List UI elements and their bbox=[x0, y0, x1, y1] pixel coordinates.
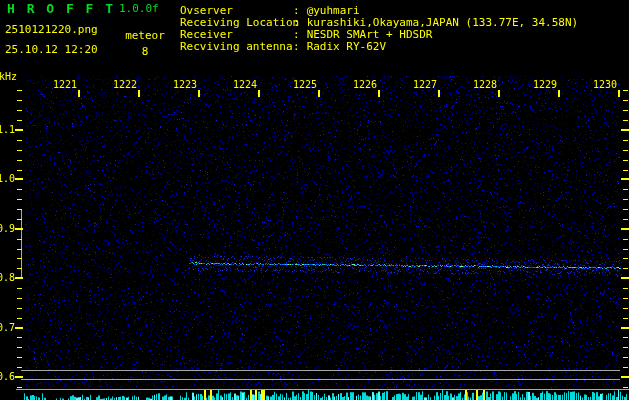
freq-tick-minor bbox=[623, 337, 628, 338]
freq-tick-minor bbox=[623, 100, 628, 101]
time-tick bbox=[498, 90, 500, 97]
freq-tick-major bbox=[15, 376, 23, 378]
freq-tick-major bbox=[621, 327, 629, 329]
freq-tick-minor bbox=[17, 150, 22, 151]
time-tick bbox=[378, 90, 380, 97]
freq-tick-minor bbox=[623, 199, 628, 200]
freq-tick-minor bbox=[623, 160, 628, 161]
time-tick-label: 1230 bbox=[592, 79, 618, 90]
freq-tick-major bbox=[621, 228, 629, 230]
freq-tick-minor bbox=[17, 318, 22, 319]
freq-tick-minor bbox=[17, 308, 22, 309]
time-tick bbox=[558, 90, 560, 97]
freq-tick-minor bbox=[17, 367, 22, 368]
freq-tick-minor bbox=[17, 90, 22, 91]
freq-tick-minor bbox=[623, 140, 628, 141]
freq-tick-minor bbox=[17, 120, 22, 121]
time-tick-label: 1223 bbox=[172, 79, 198, 90]
freq-tick-minor bbox=[17, 100, 22, 101]
observation-datetime: 25.10.12 12:20 bbox=[5, 44, 98, 56]
freq-tick-major bbox=[621, 129, 629, 131]
freq-tick-major bbox=[15, 129, 23, 131]
info-value: Radix RY-62V bbox=[307, 40, 386, 53]
info-block: Ovserver:@yuhmariReceiving Location:kura… bbox=[180, 4, 578, 52]
spectrogram-canvas bbox=[0, 0, 629, 400]
time-tick-label: 1224 bbox=[232, 79, 258, 90]
info-row: Ovserver:@yuhmari bbox=[180, 4, 578, 16]
freq-tick-minor bbox=[17, 209, 22, 210]
time-tick-label: 1229 bbox=[532, 79, 558, 90]
freq-tick-minor bbox=[623, 367, 628, 368]
freq-tick-major bbox=[621, 178, 629, 180]
freq-tick-major bbox=[15, 327, 23, 329]
freq-tick-label: 1.0 bbox=[0, 173, 15, 184]
app-title: H R O F F T bbox=[7, 2, 115, 16]
freq-tick-minor bbox=[17, 219, 22, 220]
info-row: Recviving antenna:Radix RY-62V bbox=[180, 40, 578, 52]
freq-tick-minor bbox=[17, 298, 22, 299]
freq-tick-minor bbox=[17, 268, 22, 269]
freq-tick-minor bbox=[17, 160, 22, 161]
info-row: Receiver:NESDR SMArt + HDSDR bbox=[180, 28, 578, 40]
freq-tick-minor bbox=[623, 387, 628, 388]
info-label: Recviving antenna bbox=[180, 40, 293, 53]
freq-tick-major bbox=[15, 228, 23, 230]
freq-tick-minor bbox=[623, 120, 628, 121]
freq-tick-minor bbox=[17, 249, 22, 250]
freq-tick-minor bbox=[17, 140, 22, 141]
time-tick bbox=[318, 90, 320, 97]
info-separator: : bbox=[293, 40, 300, 53]
time-tick-label: 1222 bbox=[112, 79, 138, 90]
freq-tick-minor bbox=[623, 268, 628, 269]
freq-tick-minor bbox=[623, 258, 628, 259]
freq-tick-minor bbox=[17, 337, 22, 338]
output-filename: 2510121220.png bbox=[5, 24, 98, 36]
freq-axis-unit-label: kHz bbox=[0, 71, 17, 82]
freq-tick-minor bbox=[17, 110, 22, 111]
freq-tick-minor bbox=[17, 288, 22, 289]
freq-tick-minor bbox=[17, 357, 22, 358]
freq-tick-minor bbox=[17, 170, 22, 171]
freq-tick-minor bbox=[623, 308, 628, 309]
time-tick-label: 1228 bbox=[472, 79, 498, 90]
freq-tick-label: 0.7 bbox=[0, 322, 15, 333]
freq-tick-minor bbox=[623, 357, 628, 358]
freq-tick-minor bbox=[623, 347, 628, 348]
freq-tick-minor bbox=[17, 199, 22, 200]
time-tick-label: 1227 bbox=[412, 79, 438, 90]
info-row: Receiving Location:kurashiki,Okayama,JAP… bbox=[180, 16, 578, 28]
freq-tick-label: 0.9 bbox=[0, 223, 15, 234]
freq-tick-minor bbox=[623, 170, 628, 171]
freq-tick-minor bbox=[17, 189, 22, 190]
freq-tick-minor bbox=[623, 150, 628, 151]
meteor-counter-label: meteor bbox=[122, 30, 168, 42]
freq-tick-minor bbox=[623, 249, 628, 250]
freq-tick-major bbox=[15, 277, 23, 279]
freq-tick-minor bbox=[623, 219, 628, 220]
time-tick bbox=[138, 90, 140, 97]
time-tick-label: 1226 bbox=[352, 79, 378, 90]
hrofft-screen: H R O F F T 1.0.0f 2510121220.png 25.10.… bbox=[0, 0, 629, 400]
freq-tick-minor bbox=[623, 110, 628, 111]
freq-tick-minor bbox=[623, 298, 628, 299]
time-tick bbox=[438, 90, 440, 97]
freq-tick-minor bbox=[17, 258, 22, 259]
app-version: 1.0.0f bbox=[119, 3, 159, 15]
time-tick-label: 1225 bbox=[292, 79, 318, 90]
freq-tick-minor bbox=[623, 318, 628, 319]
freq-tick-minor bbox=[17, 387, 22, 388]
time-tick bbox=[258, 90, 260, 97]
meteor-count: 8 bbox=[122, 46, 168, 58]
freq-tick-major bbox=[621, 376, 629, 378]
freq-tick-major bbox=[621, 277, 629, 279]
freq-tick-minor bbox=[623, 90, 628, 91]
freq-tick-minor bbox=[17, 239, 22, 240]
freq-tick-minor bbox=[623, 189, 628, 190]
freq-tick-label: 1.1 bbox=[0, 124, 15, 135]
freq-tick-minor bbox=[17, 347, 22, 348]
freq-tick-minor bbox=[623, 239, 628, 240]
time-tick bbox=[618, 90, 620, 97]
time-tick bbox=[198, 90, 200, 97]
time-tick-label: 1221 bbox=[52, 79, 78, 90]
time-tick bbox=[78, 90, 80, 97]
